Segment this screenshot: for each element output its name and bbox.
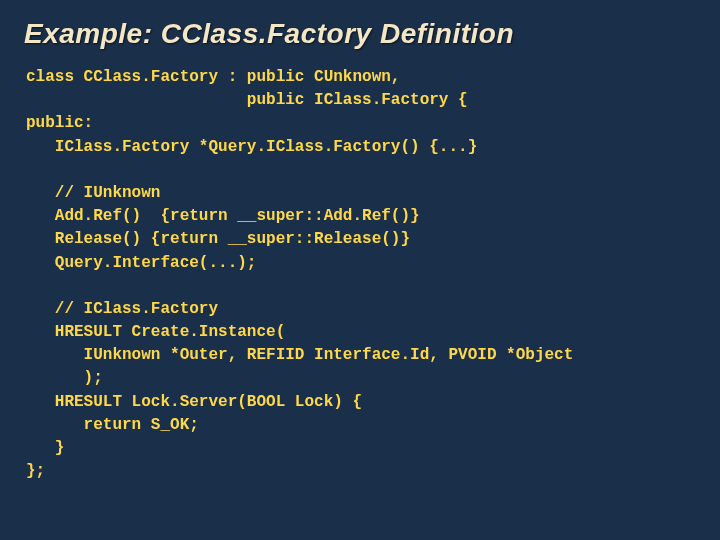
slide-title: Example: CClass.Factory Definition (24, 18, 696, 50)
code-block: class CClass.Factory : public CUnknown, … (24, 66, 696, 483)
slide: Example: CClass.Factory Definition class… (0, 0, 720, 540)
